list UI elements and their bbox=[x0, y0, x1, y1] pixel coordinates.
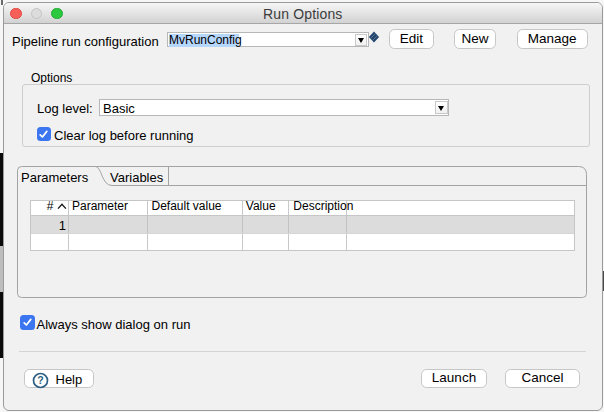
svg-text:?: ? bbox=[37, 374, 43, 386]
